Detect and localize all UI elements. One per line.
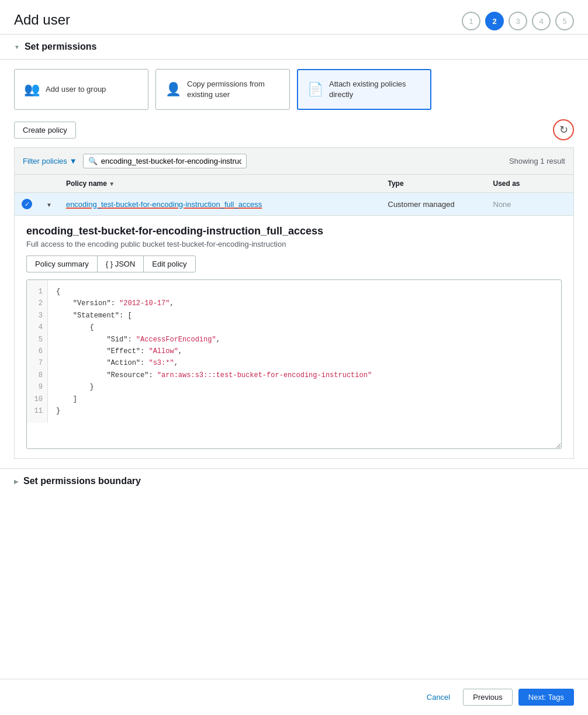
refresh-icon: ↻: [559, 123, 568, 136]
col-expand: [39, 175, 59, 193]
step-1[interactable]: 1: [462, 12, 480, 30]
policy-detail-title: encoding_test-bucket-for-encoding-instru…: [26, 225, 562, 237]
boundary-section: ▶ Set permissions boundary: [0, 468, 588, 493]
policy-detail-panel: encoding_test-bucket-for-encoding-instru…: [14, 216, 574, 459]
group-icon: 👥: [24, 82, 40, 97]
cancel-button[interactable]: Cancel: [420, 689, 457, 705]
content-area: 👥 Add user to group 👤 Copy permissions f…: [0, 60, 588, 468]
tab-copy-permissions[interactable]: 👤 Copy permissions from existing user: [155, 69, 290, 110]
select-checkbox[interactable]: [22, 199, 32, 209]
row-expand-cell[interactable]: ▼: [39, 193, 59, 216]
detail-tab-json[interactable]: { } JSON: [97, 255, 144, 272]
boundary-title: Set permissions boundary: [23, 476, 141, 486]
step-3[interactable]: 3: [509, 12, 527, 30]
detail-tab-summary[interactable]: Policy summary: [26, 255, 97, 272]
expand-button[interactable]: ▼: [46, 202, 52, 208]
policy-detail-description: Full access to the encoding public bucke…: [26, 240, 562, 248]
policy-table: Policy name ▼ Type Used as ▼ encoding_te…: [14, 174, 574, 216]
permission-tabs: 👥 Add user to group 👤 Copy permissions f…: [14, 69, 574, 110]
search-input[interactable]: [101, 157, 241, 165]
row-policy-name-cell: encoding_test-bucket-for-encoding-instru…: [59, 193, 381, 216]
sort-icon: ▼: [109, 181, 115, 187]
search-box: 🔍: [83, 154, 247, 168]
steps-container: 1 2 3 4 5: [462, 12, 574, 30]
showing-result-label: Showing 1 result: [509, 157, 565, 165]
boundary-expand-icon[interactable]: ▶: [14, 478, 19, 485]
detail-tab-edit[interactable]: Edit policy: [143, 255, 195, 272]
step-2[interactable]: 2: [485, 12, 504, 30]
tab-attach-policies-label: Attach existing policies directly: [329, 79, 421, 100]
table-row: ▼ encoding_test-bucket-for-encoding-inst…: [15, 193, 574, 216]
col-used-as: Used as: [486, 175, 574, 193]
tab-add-user-group[interactable]: 👥 Add user to group: [14, 69, 148, 110]
filter-left: Filter policies ▼ 🔍: [23, 154, 247, 168]
collapse-icon[interactable]: ▼: [14, 44, 20, 50]
row-type-cell: Customer managed: [381, 193, 486, 216]
search-icon: 🔍: [88, 157, 98, 165]
tab-add-user-group-label: Add user to group: [46, 84, 106, 95]
next-button[interactable]: Next: Tags: [518, 689, 574, 706]
user-icon: 👤: [165, 82, 181, 97]
row-used-as-cell: None: [486, 193, 574, 216]
filter-bar: Filter policies ▼ 🔍 Showing 1 result: [14, 147, 574, 174]
previous-button[interactable]: Previous: [463, 689, 513, 706]
used-as-value: None: [493, 200, 511, 209]
set-permissions-header: ▼ Set permissions: [0, 34, 588, 60]
code-content: { "Version": "2012-10-17", "Statement": …: [48, 280, 561, 423]
refresh-button[interactable]: ↻: [553, 119, 574, 140]
create-policy-button[interactable]: Create policy: [14, 122, 76, 139]
line-numbers: 12345 67891011: [27, 280, 48, 423]
filter-policies-label: Filter policies: [23, 157, 67, 165]
detail-tabs: Policy summary { } JSON Edit policy: [26, 255, 562, 272]
toolbar-row: Create policy ↻: [14, 119, 574, 140]
tab-attach-policies[interactable]: 📄 Attach existing policies directly: [297, 69, 431, 110]
col-select: [15, 175, 40, 193]
tab-copy-permissions-label: Copy permissions from existing user: [187, 79, 280, 100]
filter-policies-button[interactable]: Filter policies ▼: [23, 157, 77, 165]
step-4[interactable]: 4: [532, 12, 551, 30]
col-type: Type: [381, 175, 486, 193]
policy-link[interactable]: encoding_test-bucket-for-encoding-instru…: [66, 200, 262, 209]
step-5[interactable]: 5: [555, 12, 574, 30]
col-policy-name[interactable]: Policy name ▼: [59, 175, 381, 193]
row-select-cell[interactable]: [15, 193, 40, 216]
filter-chevron-icon: ▼: [70, 157, 77, 165]
set-permissions-title: Set permissions: [25, 42, 97, 52]
code-editor: 12345 67891011 { "Version": "2012-10-17"…: [26, 279, 562, 449]
document-icon: 📄: [307, 82, 323, 97]
code-editor-inner: 12345 67891011 { "Version": "2012-10-17"…: [27, 280, 561, 423]
bottom-bar: Cancel Previous Next: Tags: [0, 679, 588, 715]
